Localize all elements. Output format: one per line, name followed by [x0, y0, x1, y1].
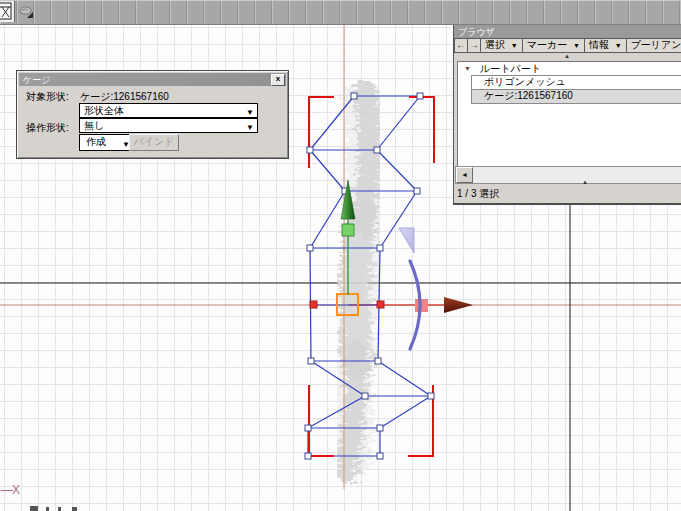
- chevron-down-icon: ▼: [573, 42, 580, 49]
- select-button-label: 選択: [485, 39, 505, 50]
- clipped-text-fragment: [72, 507, 77, 511]
- chevron-down-icon: ▼: [511, 42, 518, 49]
- document-icon[interactable]: [0, 1, 15, 22]
- cage-dialog-titlebar[interactable]: ケージ: [19, 73, 286, 86]
- info-button-label: 情報: [589, 39, 609, 50]
- operation-shape-value: 無し: [84, 120, 104, 131]
- splitter-grip-icon[interactable]: ▲: [582, 180, 588, 185]
- main-toolbar: [0, 0, 681, 25]
- clipped-text-fragment: [58, 507, 61, 511]
- boolean-button[interactable]: ブーリアン: [626, 38, 681, 53]
- forward-button[interactable]: →: [467, 38, 481, 53]
- create-button-label: 作成: [86, 136, 106, 147]
- select-button[interactable]: 選択 ▼: [480, 38, 523, 53]
- cage-dialog: ケージ x 対象形状: ケージ:1261567160 形状全体 ▼ 操作形状: …: [16, 70, 289, 159]
- shape-scope-value: 形状全体: [84, 105, 124, 116]
- create-button[interactable]: 作成 ▼: [79, 134, 134, 151]
- tree-root-label: ルートパート: [480, 62, 541, 75]
- back-button[interactable]: ←: [454, 38, 468, 53]
- operation-shape-dropdown[interactable]: 無し ▼: [79, 118, 258, 133]
- bind-button-disabled[interactable]: バインド: [129, 134, 179, 151]
- expand-caret-icon[interactable]: ▼: [464, 62, 471, 75]
- target-shape-label: 対象形状:: [26, 90, 69, 104]
- marker-button[interactable]: マーカー ▼: [522, 38, 585, 53]
- shape-scope-dropdown[interactable]: 形状全体 ▼: [79, 103, 258, 118]
- browser-toolbar: ← → 選択 ▼ マーカー ▼ 情報 ▼ ブーリアン: [455, 38, 681, 53]
- boolean-button-label: ブーリアン: [631, 39, 681, 50]
- marker-button-label: マーカー: [527, 39, 567, 50]
- object-tree: ▼ ルートパート ポリゴンメッシュ ケージ:1261567160: [457, 61, 681, 167]
- browser-panel: ブラウザ ← → 選択 ▼ マーカー ▼ 情報 ▼ ブーリアン ▲ ▼ ルートパ…: [453, 25, 681, 205]
- close-icon[interactable]: x: [271, 74, 285, 86]
- operation-shape-label: 操作形状:: [26, 121, 69, 135]
- horizontal-scrollbar[interactable]: ◄: [455, 166, 681, 184]
- chevron-down-icon: ▼: [246, 121, 254, 134]
- scroll-left-arrow-icon[interactable]: ◄: [456, 167, 473, 183]
- clipped-text-fragment: [30, 506, 38, 511]
- chevron-down-icon: ▼: [615, 42, 622, 49]
- target-shape-value: ケージ:1261567160: [80, 90, 169, 104]
- selection-status: 1 / 3 選択: [457, 187, 499, 201]
- info-button[interactable]: 情報 ▼: [584, 38, 627, 53]
- splitter-grip-icon[interactable]: ▲: [564, 54, 570, 59]
- clipped-text-fragment: [46, 507, 49, 511]
- view-tool-icon[interactable]: [18, 3, 34, 20]
- tree-item-polygon-mesh[interactable]: ポリゴンメッシュ: [471, 75, 681, 89]
- tree-row-root[interactable]: ▼ ルートパート: [458, 62, 681, 75]
- tree-item-cage-selected[interactable]: ケージ:1261567160: [471, 89, 681, 104]
- negative-x-axis-label: —X: [1, 483, 19, 497]
- browser-panel-titlebar[interactable]: ブラウザ: [454, 25, 681, 38]
